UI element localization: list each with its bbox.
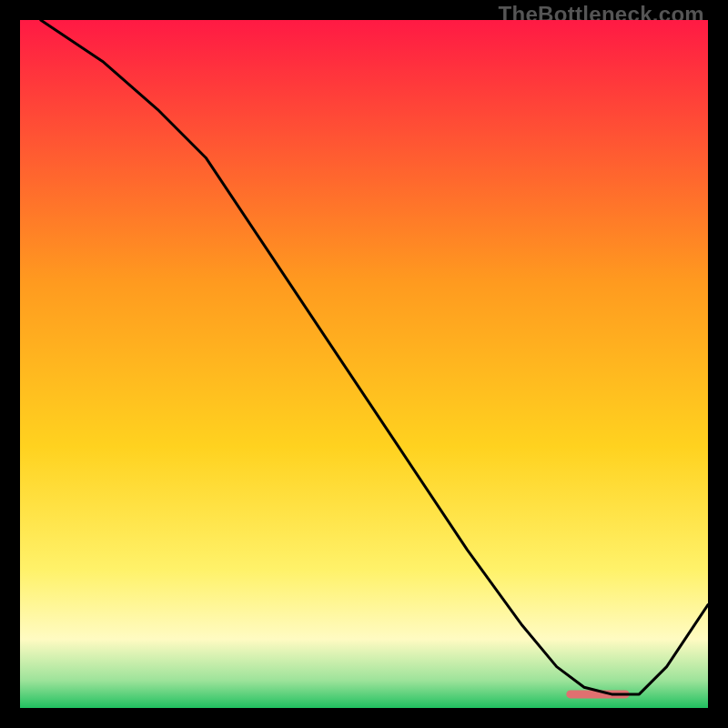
plot-svg — [20, 20, 708, 708]
svg-rect-0 — [20, 20, 708, 708]
chart-frame: TheBottleneck.com — [0, 0, 728, 728]
plot-area — [20, 20, 708, 708]
